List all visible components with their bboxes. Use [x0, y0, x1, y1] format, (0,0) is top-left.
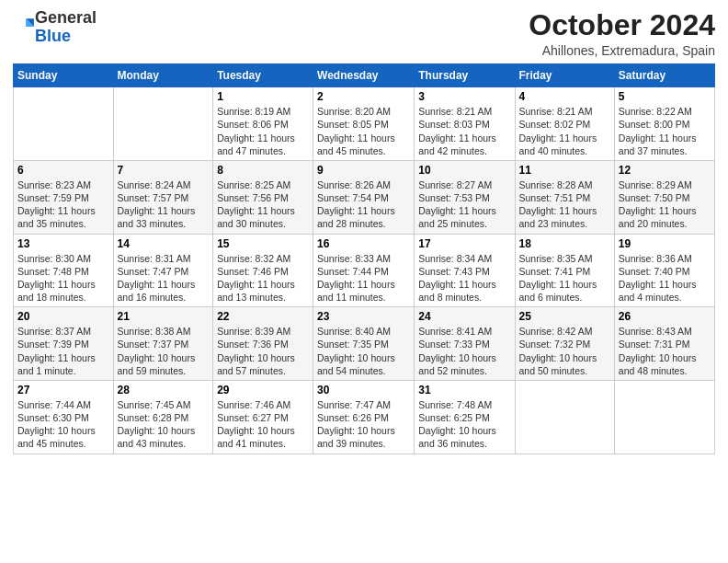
table-row: 11Sunrise: 8:28 AM Sunset: 7:51 PM Dayli… — [515, 160, 614, 234]
day-number: 24 — [418, 310, 510, 323]
day-number: 1 — [217, 90, 309, 103]
table-row: 20Sunrise: 8:37 AM Sunset: 7:39 PM Dayli… — [14, 307, 114, 381]
col-thursday: Thursday — [415, 64, 515, 87]
day-number: 27 — [17, 384, 109, 396]
table-row — [14, 87, 114, 161]
table-row: 10Sunrise: 8:27 AM Sunset: 7:53 PM Dayli… — [415, 160, 515, 234]
day-number: 21 — [118, 310, 210, 323]
day-number: 26 — [619, 310, 711, 323]
day-number: 2 — [317, 90, 410, 103]
day-info: Sunrise: 8:32 AM Sunset: 7:46 PM Dayligh… — [217, 252, 309, 304]
day-info: Sunrise: 7:46 AM Sunset: 6:27 PM Dayligh… — [217, 398, 309, 451]
day-info: Sunrise: 7:47 AM Sunset: 6:26 PM Dayligh… — [317, 398, 410, 451]
table-row: 23Sunrise: 8:40 AM Sunset: 7:35 PM Dayli… — [313, 307, 415, 381]
day-info: Sunrise: 8:21 AM Sunset: 8:03 PM Dayligh… — [418, 105, 510, 157]
calendar-week-row: 27Sunrise: 7:44 AM Sunset: 6:30 PM Dayli… — [14, 380, 715, 454]
day-info: Sunrise: 8:22 AM Sunset: 8:00 PM Dayligh… — [619, 105, 711, 157]
day-info: Sunrise: 8:24 AM Sunset: 7:57 PM Dayligh… — [118, 178, 210, 231]
day-info: Sunrise: 7:45 AM Sunset: 6:28 PM Dayligh… — [118, 398, 210, 451]
day-info: Sunrise: 7:48 AM Sunset: 6:25 PM Dayligh… — [418, 398, 510, 451]
table-row: 12Sunrise: 8:29 AM Sunset: 7:50 PM Dayli… — [614, 160, 714, 234]
table-row: 21Sunrise: 8:38 AM Sunset: 7:37 PM Dayli… — [113, 307, 213, 381]
day-number: 20 — [17, 310, 109, 323]
col-sunday: Sunday — [14, 64, 114, 87]
calendar-week-row: 13Sunrise: 8:30 AM Sunset: 7:48 PM Dayli… — [14, 234, 715, 307]
table-row: 19Sunrise: 8:36 AM Sunset: 7:40 PM Dayli… — [614, 234, 714, 307]
day-info: Sunrise: 8:33 AM Sunset: 7:44 PM Dayligh… — [317, 252, 410, 304]
day-number: 31 — [418, 384, 510, 396]
table-row: 17Sunrise: 8:34 AM Sunset: 7:43 PM Dayli… — [415, 234, 515, 307]
day-info: Sunrise: 8:28 AM Sunset: 7:51 PM Dayligh… — [519, 178, 610, 231]
table-row: 31Sunrise: 7:48 AM Sunset: 6:25 PM Dayli… — [415, 380, 515, 454]
table-row: 25Sunrise: 8:42 AM Sunset: 7:32 PM Dayli… — [515, 307, 614, 381]
day-number: 7 — [118, 164, 210, 177]
subtitle: Ahillones, Extremadura, Spain — [529, 43, 715, 58]
day-number: 30 — [317, 384, 410, 396]
day-number: 17 — [418, 237, 510, 250]
day-number: 28 — [118, 384, 210, 396]
day-number: 19 — [619, 237, 711, 250]
table-row: 6Sunrise: 8:23 AM Sunset: 7:59 PM Daylig… — [14, 160, 114, 234]
day-number: 12 — [619, 164, 711, 177]
calendar-table: Sunday Monday Tuesday Wednesday Thursday… — [13, 63, 715, 454]
title-block: October 2024 Ahillones, Extremadura, Spa… — [529, 9, 715, 58]
logo-icon — [15, 16, 35, 36]
table-row: 14Sunrise: 8:31 AM Sunset: 7:47 PM Dayli… — [113, 234, 213, 307]
day-number: 10 — [418, 164, 510, 177]
calendar-week-row: 6Sunrise: 8:23 AM Sunset: 7:59 PM Daylig… — [14, 160, 715, 234]
table-row: 15Sunrise: 8:32 AM Sunset: 7:46 PM Dayli… — [213, 234, 313, 307]
day-number: 22 — [217, 310, 309, 323]
day-info: Sunrise: 8:21 AM Sunset: 8:02 PM Dayligh… — [519, 105, 610, 157]
day-info: Sunrise: 8:37 AM Sunset: 7:39 PM Dayligh… — [17, 325, 109, 377]
day-number: 16 — [317, 237, 410, 250]
table-row: 1Sunrise: 8:19 AM Sunset: 8:06 PM Daylig… — [213, 87, 313, 161]
col-monday: Monday — [113, 64, 213, 87]
day-number: 14 — [118, 237, 210, 250]
table-row — [614, 380, 714, 454]
day-info: Sunrise: 8:36 AM Sunset: 7:40 PM Dayligh… — [619, 252, 711, 304]
day-info: Sunrise: 8:42 AM Sunset: 7:32 PM Dayligh… — [519, 325, 610, 377]
calendar-week-row: 20Sunrise: 8:37 AM Sunset: 7:39 PM Dayli… — [14, 307, 715, 381]
table-row: 30Sunrise: 7:47 AM Sunset: 6:26 PM Dayli… — [313, 380, 415, 454]
day-info: Sunrise: 8:30 AM Sunset: 7:48 PM Dayligh… — [17, 252, 109, 304]
day-number: 6 — [17, 164, 109, 177]
table-row: 9Sunrise: 8:26 AM Sunset: 7:54 PM Daylig… — [313, 160, 415, 234]
day-info: Sunrise: 8:26 AM Sunset: 7:54 PM Dayligh… — [317, 178, 410, 231]
day-info: Sunrise: 8:23 AM Sunset: 7:59 PM Dayligh… — [17, 178, 109, 231]
table-row: 7Sunrise: 8:24 AM Sunset: 7:57 PM Daylig… — [113, 160, 213, 234]
calendar-header-row: Sunday Monday Tuesday Wednesday Thursday… — [14, 64, 715, 87]
day-info: Sunrise: 8:38 AM Sunset: 7:37 PM Dayligh… — [118, 325, 210, 377]
table-row: 24Sunrise: 8:41 AM Sunset: 7:33 PM Dayli… — [415, 307, 515, 381]
day-info: Sunrise: 8:35 AM Sunset: 7:41 PM Dayligh… — [519, 252, 610, 304]
day-number: 25 — [519, 310, 610, 323]
table-row: 4Sunrise: 8:21 AM Sunset: 8:02 PM Daylig… — [515, 87, 614, 161]
table-row: 18Sunrise: 8:35 AM Sunset: 7:41 PM Dayli… — [515, 234, 614, 307]
day-info: Sunrise: 8:19 AM Sunset: 8:06 PM Dayligh… — [217, 105, 309, 157]
day-number: 18 — [519, 237, 610, 250]
table-row: 29Sunrise: 7:46 AM Sunset: 6:27 PM Dayli… — [213, 380, 313, 454]
day-info: Sunrise: 8:39 AM Sunset: 7:36 PM Dayligh… — [217, 325, 309, 377]
day-info: Sunrise: 8:31 AM Sunset: 7:47 PM Dayligh… — [118, 252, 210, 304]
table-row: 8Sunrise: 8:25 AM Sunset: 7:56 PM Daylig… — [213, 160, 313, 234]
logo: General Blue — [13, 9, 97, 46]
day-number: 13 — [17, 237, 109, 250]
day-number: 8 — [217, 164, 309, 177]
logo-general: General — [35, 8, 97, 27]
day-info: Sunrise: 7:44 AM Sunset: 6:30 PM Dayligh… — [17, 398, 109, 451]
month-title: October 2024 — [529, 9, 715, 41]
day-number: 11 — [519, 164, 610, 177]
logo-blue: Blue — [35, 27, 71, 45]
table-row: 5Sunrise: 8:22 AM Sunset: 8:00 PM Daylig… — [614, 87, 714, 161]
day-number: 3 — [418, 90, 510, 103]
day-info: Sunrise: 8:41 AM Sunset: 7:33 PM Dayligh… — [418, 325, 510, 377]
col-tuesday: Tuesday — [213, 64, 313, 87]
table-row: 28Sunrise: 7:45 AM Sunset: 6:28 PM Dayli… — [113, 380, 213, 454]
day-info: Sunrise: 8:43 AM Sunset: 7:31 PM Dayligh… — [619, 325, 711, 377]
day-info: Sunrise: 8:25 AM Sunset: 7:56 PM Dayligh… — [217, 178, 309, 231]
day-number: 23 — [317, 310, 410, 323]
table-row: 3Sunrise: 8:21 AM Sunset: 8:03 PM Daylig… — [415, 87, 515, 161]
day-info: Sunrise: 8:40 AM Sunset: 7:35 PM Dayligh… — [317, 325, 410, 377]
col-wednesday: Wednesday — [313, 64, 415, 87]
table-row: 2Sunrise: 8:20 AM Sunset: 8:05 PM Daylig… — [313, 87, 415, 161]
header: General Blue October 2024 Ahillones, Ext… — [13, 9, 715, 58]
